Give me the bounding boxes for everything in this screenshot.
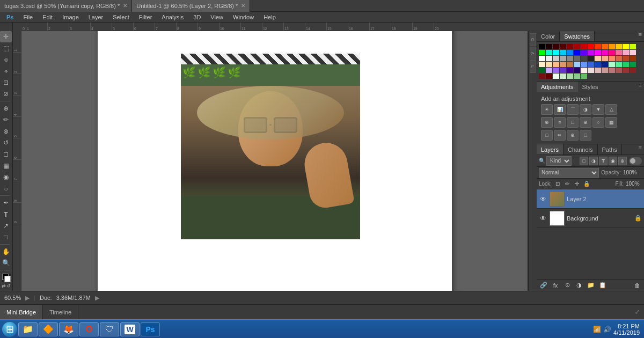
tab-color[interactable]: Color [537,31,560,41]
tab-mini-bridge[interactable]: Mini Bridge [0,305,43,320]
tool-move[interactable]: ✛ [0,31,12,42]
taskbar-vlc[interactable]: 🔶 [39,322,58,336]
new-fill-adj-btn[interactable]: ◑ [574,281,584,290]
swatch[interactable] [602,44,608,49]
swatch[interactable] [623,56,629,61]
swatch[interactable] [581,44,587,49]
tool-hand[interactable]: ✋ [0,246,12,257]
color-panel-menu[interactable]: ≡ [636,31,644,41]
delete-layer-btn[interactable]: 🗑 [632,281,642,290]
panel-icon-color[interactable]: C [530,33,536,46]
layer-kind-filter[interactable]: Kind [546,156,572,166]
swatch[interactable] [553,68,559,73]
swatch[interactable] [560,44,566,49]
swatch[interactable] [581,56,587,61]
filter-pixel[interactable]: □ [580,157,588,165]
swatch[interactable] [616,68,622,73]
swatch[interactable] [616,44,622,49]
swatch[interactable] [546,74,552,79]
adj-color-lookup[interactable]: ○ [592,117,604,128]
swatch[interactable] [539,68,545,73]
swatch[interactable] [630,50,636,55]
swatch[interactable] [581,50,587,55]
menu-select[interactable]: Select [108,12,134,23]
swatch[interactable] [574,50,580,55]
swatch[interactable] [595,56,601,61]
tool-gradient[interactable]: ▦ [0,160,12,171]
panel-icon-layers[interactable]: L [530,60,536,73]
adj-invert[interactable]: ▦ [605,117,617,128]
menu-view[interactable]: View [206,12,228,23]
swatch[interactable] [616,62,622,67]
swatch[interactable] [567,56,573,61]
tab-layers[interactable]: Layers [537,144,564,155]
menu-layer[interactable]: Layer [84,12,108,23]
swatch[interactable] [567,74,573,79]
menu-edit[interactable]: Edit [38,12,57,23]
doc-info-arrow[interactable]: ▶ [95,295,99,302]
tab-tugas3-close[interactable]: ✕ [123,3,127,9]
swatch[interactable] [595,68,601,73]
adj-vibrance[interactable]: ▼ [592,104,604,115]
tool-marquee[interactable]: ⬚ [0,42,12,54]
menu-filter[interactable]: Filter [135,12,156,23]
reset-colors[interactable]: ↺ [6,283,11,289]
tool-dodge[interactable]: ○ [0,183,12,194]
menu-analysis[interactable]: Analysis [157,12,188,23]
new-group-btn[interactable]: 📁 [586,281,596,290]
swatch[interactable] [630,62,636,67]
tool-eraser[interactable]: ◻ [0,149,12,160]
taskbar-antivirus[interactable]: 🛡 [100,322,119,336]
tab-tugas3[interactable]: tugas 3.psd @ 50% (Yuniarti copy, RGB/8)… [0,0,132,12]
swatch[interactable] [588,68,594,73]
adj-levels[interactable]: 📊 [554,104,566,115]
adj-panel-menu[interactable]: ≡ [636,82,644,92]
adj-curves[interactable]: ⌒ [567,104,579,115]
swatch[interactable] [539,74,545,79]
swatch[interactable] [602,50,608,55]
adj-color-balance[interactable]: ⊕ [541,117,553,128]
background-visibility[interactable]: 👁 [539,214,547,223]
swatch[interactable] [539,50,545,55]
lock-image[interactable]: ✏ [564,180,571,188]
swatch[interactable] [567,62,573,67]
blend-mode-select[interactable]: Normal [539,168,599,178]
swatch[interactable] [546,68,552,73]
tab-timeline[interactable]: Timeline [43,305,78,320]
filter-adj[interactable]: ◑ [589,157,598,165]
tool-type[interactable]: T [0,209,12,220]
tab-paths[interactable]: Paths [598,144,622,155]
tab-untitled1-close[interactable]: ✕ [241,3,245,9]
swatch[interactable] [567,68,573,73]
swatch[interactable] [616,50,622,55]
menu-ps[interactable]: Ps [2,12,18,23]
swatch[interactable] [574,56,580,61]
swatch[interactable] [623,68,629,73]
layer-row-background[interactable]: 👁 Background 🔒 [537,209,644,228]
swatch[interactable] [581,62,587,67]
tab-adjustments[interactable]: Adjustments [537,82,578,92]
adj-hue[interactable]: △ [605,104,617,115]
panel-icon-adj[interactable]: A [530,47,536,60]
lock-all[interactable]: 🔒 [583,180,590,188]
swatch[interactable] [616,56,622,61]
swatch[interactable] [630,56,636,61]
switch-colors[interactable]: ⇄ [2,283,6,289]
tool-eyedropper[interactable]: ⊘ [0,89,12,100]
swatch[interactable] [595,44,601,49]
swatch[interactable] [623,50,629,55]
swatch[interactable] [574,62,580,67]
swatch[interactable] [546,56,552,61]
swatch[interactable] [588,44,594,49]
filter-toggle[interactable] [629,157,642,165]
swatch[interactable] [539,56,545,61]
tab-untitled1[interactable]: Untitled-1 @ 60.5% (Layer 2, RGB/8) * ✕ [132,0,250,12]
link-layers-btn[interactable]: 🔗 [539,281,548,290]
tab-channels[interactable]: Channels [564,144,597,155]
swatch[interactable] [560,68,566,73]
swatch[interactable] [553,44,559,49]
tool-lasso[interactable]: ⌾ [0,54,12,65]
swatch[interactable] [623,62,629,67]
canvas-area[interactable]: 🌿 🌿 🌿 🌿 [21,31,528,291]
swatch[interactable] [595,62,601,67]
